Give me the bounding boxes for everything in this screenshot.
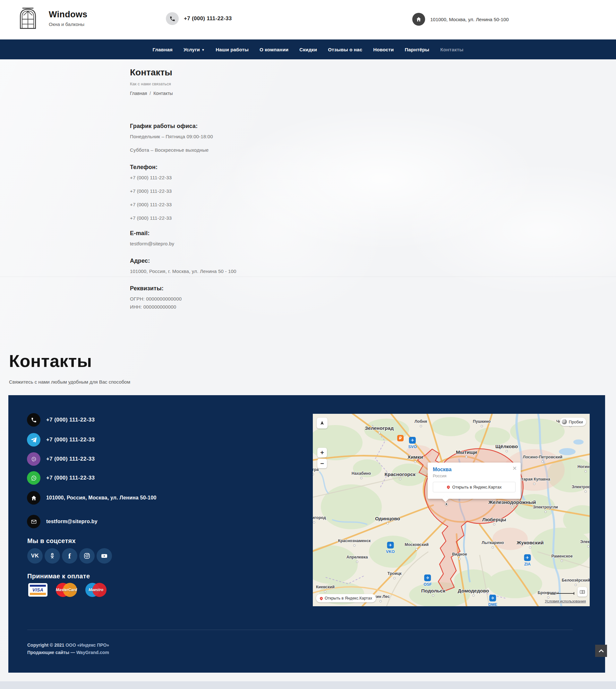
map-city-label: Одинцово — [375, 516, 400, 525]
mastercard-badge: MasterCard — [56, 582, 77, 598]
social-links: VK f — [27, 548, 112, 563]
map-city-label: Мытищи — [456, 449, 477, 458]
copyright: Copyright © 2021 ООО «Индекс ПРО» Продаю… — [27, 642, 109, 656]
map-city-label: Троицк — [388, 572, 402, 579]
scroll-to-top-button[interactable] — [595, 645, 607, 657]
nav-item[interactable]: Услуги▼ — [183, 47, 205, 52]
footer-address: 101000, Россия, Москва, ул. Ленина 50-10… — [27, 491, 157, 505]
map-zoom-in-button[interactable]: + — [317, 448, 327, 458]
breadcrumb-home-link[interactable]: Главная — [130, 91, 147, 96]
email-block: E-mail: testform@sitepro.by — [130, 230, 174, 254]
social-facebook-link[interactable]: f — [62, 548, 77, 563]
map-city-label: Люберцы — [482, 517, 506, 526]
map-city-label: Краснознаменск — [338, 539, 371, 547]
map-city-label: Видное — [452, 552, 467, 560]
map-city-label: Железнодорожный — [488, 499, 536, 508]
map-city-label: Лосино-Петровский — [523, 455, 563, 463]
airport-marker: ✈OSF — [423, 575, 432, 587]
toll-road-icon: ₽ — [397, 435, 403, 441]
nav-item[interactable]: Отзывы о нас▼ — [328, 47, 362, 52]
header-phone[interactable]: +7 (000) 111-22-33 — [166, 12, 232, 25]
header-phone-number: +7 (000) 111-22-33 — [184, 15, 232, 22]
map-city-label: Красногорск — [385, 471, 416, 480]
window-logo-icon — [19, 7, 37, 29]
main-nav: Главная▼ Услуги▼ Наши работы▼ О компании… — [0, 40, 616, 59]
map-zoom-out-button[interactable]: − — [317, 459, 327, 468]
airplane-icon: ✈ — [424, 575, 431, 581]
geolocation-button[interactable] — [317, 418, 328, 428]
credits-link[interactable]: WayGrand.com — [76, 650, 109, 655]
address-value: 101000, Россия, г. Москва, ул. Ленина 50… — [130, 268, 237, 274]
map-city-label: Апрелевка — [347, 555, 368, 563]
visa-badge: VISA — [28, 583, 47, 597]
footer-email-link[interactable]: testform@sitepro.by — [27, 515, 97, 528]
header-address-text: 101000, Москва, ул. Ленина 50-100 — [430, 17, 509, 22]
map-city-label: Ногинск — [577, 465, 590, 472]
terms-link[interactable]: Условия использования — [545, 599, 586, 603]
breadcrumb: Главная/Контакты — [130, 91, 173, 96]
airport-marker: ✈VKO — [386, 542, 395, 554]
address-heading: Адрес: — [130, 258, 237, 264]
phone-number[interactable]: +7 (000) 111-22-33 — [130, 202, 172, 207]
map-city-label: Электро — [580, 540, 590, 548]
airplane-icon: ✈ — [387, 542, 394, 549]
page-subtitle: Как с нами связаться — [130, 82, 173, 86]
map-city-label: Белоозёрский — [562, 578, 590, 586]
home-icon — [412, 13, 425, 26]
company-link[interactable]: ООО «Индекс ПРО» — [65, 643, 109, 648]
chevron-up-icon — [599, 649, 604, 652]
ok-icon — [49, 552, 56, 559]
map-city-label: Лобня — [415, 420, 427, 427]
facebook-icon: f — [68, 552, 71, 560]
map[interactable]: ЗеленоградЛобняПушкиноЧерноголовкаЩёлков… — [313, 414, 590, 606]
nav-item[interactable]: Новости▼ — [373, 47, 394, 52]
footer-telegram-link[interactable]: +7 (000) 111-22-33 — [27, 433, 95, 446]
nav-item[interactable]: О компании▼ — [260, 47, 288, 52]
footer-whatsapp-link[interactable]: +7 (000) 111-22-33 — [27, 471, 95, 485]
map-city-label: Истра — [313, 468, 318, 475]
contacts-section-title: Контакты — [9, 351, 92, 371]
contacts-section-subtitle: Свяжитесь с нами любым удобным для Вас с… — [9, 379, 130, 384]
close-icon[interactable]: ✕ — [512, 466, 518, 471]
open-in-yandex-link[interactable]: Открыть в Яндекс.Картах — [316, 594, 376, 602]
map-marker-dot — [445, 503, 448, 506]
popup-country: Россия — [433, 473, 515, 478]
footer-phone-link[interactable]: +7 (000) 111-22-33 — [27, 413, 95, 427]
inn-value: ИНН: 000000000000 — [130, 304, 182, 310]
nav-item[interactable]: Контакты▼ — [440, 47, 463, 52]
map-city-label: Киевский — [316, 585, 335, 593]
copyright-text: Copyright © 2021 — [27, 643, 65, 648]
ruler-button[interactable] — [577, 587, 587, 597]
social-vk-link[interactable]: VK — [27, 548, 43, 563]
logo[interactable]: Windows Окна и балконы — [19, 7, 87, 29]
nav-item[interactable]: Парнтёры▼ — [405, 47, 430, 52]
map-city-label: Старая Купавна — [519, 477, 550, 485]
social-ok-link[interactable] — [45, 548, 60, 563]
page-title: Контакты — [130, 67, 173, 77]
map-city-label: Химки — [408, 454, 423, 463]
popup-city-link[interactable]: Москва — [433, 467, 452, 472]
phone-icon — [166, 12, 179, 25]
phone-number[interactable]: +7 (000) 111-22-33 — [130, 175, 172, 180]
home-icon — [27, 491, 40, 505]
section-divider — [0, 276, 616, 277]
nav-item[interactable]: Наши работы▼ — [216, 47, 249, 52]
phone-number[interactable]: +7 (000) 111-22-33 — [130, 215, 172, 221]
social-instagram-link[interactable] — [79, 548, 95, 563]
office-schedule-block: График работы офиса: Понедельник – Пятни… — [130, 123, 213, 161]
open-in-yandex-button[interactable]: Открыть в Яндекс.Картах — [433, 482, 515, 492]
email-value[interactable]: testform@sitepro.by — [130, 241, 174, 246]
footer-viber-link[interactable]: +7 (000) 111-22-33 — [27, 452, 95, 466]
traffic-toggle[interactable]: Пробки — [560, 418, 586, 426]
ruler-icon — [580, 590, 585, 594]
header-address: 101000, Москва, ул. Ленина 50-100 — [412, 13, 509, 26]
map-pin-icon — [319, 596, 324, 600]
contacts-panel: +7 (000) 111-22-33 +7 (000) 111-22-33 +7… — [8, 395, 605, 673]
nav-item[interactable]: Скидки▼ — [299, 47, 317, 52]
footer-divider — [27, 630, 573, 630]
phone-number[interactable]: +7 (000) 111-22-33 — [130, 188, 172, 194]
social-youtube-link[interactable] — [96, 548, 112, 563]
scale-line — [557, 593, 574, 594]
nav-item[interactable]: Главная▼ — [153, 47, 173, 52]
navigation-arrow-icon — [320, 421, 325, 426]
